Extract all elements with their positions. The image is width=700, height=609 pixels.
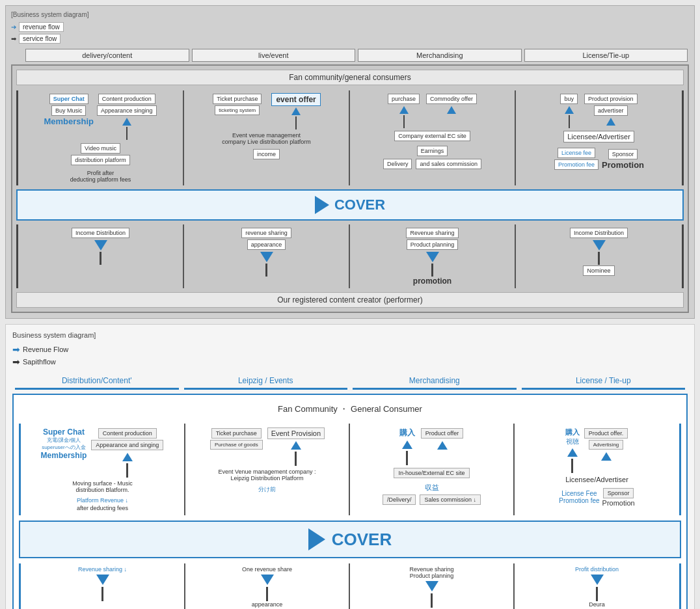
- b-cat-dist: Distribution/Content': [15, 373, 179, 390]
- b-deura: Deura: [589, 601, 605, 608]
- b-purchase: 購入: [399, 427, 415, 439]
- b-col2: Ticket purchase Purchase of goods Event …: [185, 424, 350, 515]
- rev-sharing-top: Revenue sharing: [406, 228, 458, 238]
- b-cat-merch: Merchandising: [353, 373, 517, 390]
- top-col2: Ticket purchase ticketing system event o…: [184, 90, 350, 185]
- b-rev-sharing-bottom: Revenue sharing ↓: [78, 566, 127, 573]
- super-chat-box: Super Chat: [49, 94, 88, 104]
- b-appearance-bottom: appearance: [252, 601, 283, 608]
- fan-community-bottom: Fan Community ・ General Consumer: [19, 400, 681, 418]
- cat-license: License/Tie-up: [524, 49, 688, 62]
- b-col1: Super Chat 充電/課金/個人 superuserへの入金 Member…: [21, 424, 185, 515]
- b-platform2: distribution Blatform.: [72, 487, 133, 493]
- profit-label: Profit after deducting platform fees: [70, 170, 131, 183]
- b-appearance: Appearance and singing: [91, 440, 163, 450]
- promotion-fee-box: Promotion fee: [554, 159, 599, 170]
- membership-label: Membership: [44, 116, 94, 126]
- product-provision-box: Product provision: [584, 94, 638, 104]
- b-col4: 購入 視聴 Product offer. Advertising License…: [515, 424, 679, 515]
- b-one-revenue: One revenue share: [242, 566, 292, 573]
- venue-box2: company Live distribution platform: [222, 139, 311, 145]
- b-buy: 購入: [565, 427, 580, 437]
- b-prod-planning: Product planning: [410, 573, 454, 579]
- b-revenue-arrow-icon: ➡: [12, 344, 20, 355]
- content-prod-box: Content production: [98, 94, 155, 104]
- ticketing-box: ticketing system: [215, 105, 260, 115]
- b-rev-sharing-b: Revenue sharing: [409, 566, 453, 573]
- bottom-diagram: Business system diagram] ➡ Revenue Flow …: [5, 324, 695, 609]
- service-flow-legend: ➡ service flow: [11, 34, 689, 44]
- b-ticket: Ticket purchase: [211, 428, 262, 439]
- b-sub2: superuserへの入金: [42, 444, 86, 451]
- b-bottom-col3: Revenue sharing Product planning Promoti…: [350, 563, 515, 609]
- service-arrow-icon: ➡: [11, 35, 16, 42]
- bottom-col4-top: Income Distribution Nominee: [516, 224, 682, 288]
- b-membership: Membership: [41, 451, 87, 460]
- b-product-offer: Product offer: [421, 428, 463, 439]
- bottom-diagram-main: Fan Community ・ General Consumer Super C…: [12, 394, 688, 609]
- top-legend: ➔ revenue flow ➡ service flow: [11, 22, 689, 44]
- top-col3: purchase Commodity offer Company externa…: [350, 90, 516, 185]
- ec-site-box: Company external EC site: [394, 131, 470, 141]
- b-viewing: 視聴: [566, 437, 579, 446]
- ticket-purchase-box: Ticket purchase: [213, 94, 262, 104]
- cat-delivery: delivery/content: [25, 49, 189, 62]
- b-service-flow-label: Sapithflow: [23, 358, 56, 366]
- cover-text-bottom: COVER: [332, 530, 392, 550]
- cover-play-icon: [315, 196, 329, 214]
- income-box: income: [253, 149, 280, 159]
- b-revenue-flow-legend: ➡ Revenue Flow: [12, 344, 688, 355]
- delivery-box: Delivery: [383, 159, 412, 169]
- venue-box1: Event venue management: [222, 132, 311, 139]
- event-offer-box: event offer: [271, 93, 320, 106]
- cover-bar-bottom: COVER: [19, 521, 681, 558]
- cover-text-top: COVER: [334, 196, 385, 213]
- top-category-bar: delivery/content live/event Merchandisin…: [11, 49, 689, 62]
- b-promotion-fee: Promotion fee: [559, 497, 599, 504]
- b-cat-events: Leipzig / Events: [184, 373, 348, 390]
- b-profit-dist: Profit distribution: [575, 566, 619, 573]
- top-col1: Super Chat Buy Music Membership Content …: [18, 90, 184, 185]
- buy-music-box: Buy Music: [51, 105, 87, 116]
- income-dist-top2: Income Distribution: [570, 228, 628, 238]
- top-col4: buy Product provision advertiser License…: [516, 90, 682, 185]
- revenue-flow-label: revenue flow: [19, 22, 64, 32]
- b-event-provision: Event Provision: [267, 427, 325, 439]
- cat-merch: Merchandising: [358, 49, 522, 62]
- bottom-col2-top: revenue sharing appearance: [184, 224, 350, 288]
- bottom-col1-top: Income Distribution: [18, 224, 184, 288]
- b-sponsor: Sponsor: [603, 488, 634, 498]
- bottom-category-bar: Distribution/Content' Leipzig / Events M…: [12, 373, 688, 390]
- promotion-label: promotion: [413, 277, 451, 286]
- license-fee-box: License fee: [558, 148, 595, 158]
- top-diagram-main: Fan community/general consumers Super Ch…: [11, 64, 689, 313]
- b-after-fees: after deducting fees: [77, 505, 128, 511]
- b-bottom-col2: One revenue share appearance: [185, 563, 350, 609]
- b-content-prod: Content production: [98, 428, 157, 439]
- nominee-box: Nominee: [583, 265, 614, 276]
- b-sales-commission: Sales commission ↓: [420, 494, 481, 505]
- purchase-box: purchase: [388, 94, 420, 104]
- revenue-arrow-icon: ➔: [11, 23, 16, 31]
- b-profit: Platform Revenue ↓: [77, 497, 128, 504]
- b-venue2: Leipzig Distribution Platform: [218, 475, 316, 481]
- b-col3: 購入 Product offer In-house/External EC si…: [350, 424, 515, 515]
- page-wrapper: [Business system diagram] ➔ revenue flow…: [0, 0, 700, 609]
- promotion-box: Promotion: [602, 160, 644, 170]
- b-earnings: 収益: [425, 483, 439, 493]
- bottom-legend: ➡ Revenue Flow ➡ Sapithflow: [12, 344, 688, 367]
- b-goods: Purchase of goods: [210, 440, 263, 450]
- cover-bar-top: COVER: [16, 189, 684, 221]
- b-service-arrow-icon: ➡: [12, 357, 20, 367]
- b-ec-site: In-house/External EC site: [394, 468, 469, 478]
- b-license-fee: License Fee: [561, 490, 597, 497]
- b-platform1: Moving surface - Music: [72, 480, 133, 487]
- b-licensee: Licensee/Advertiser: [565, 476, 628, 483]
- b-promotion: Promotion: [602, 499, 635, 507]
- dist-platform-box: distribution platform: [71, 155, 130, 165]
- b-super-chat: Super Chat: [43, 427, 85, 437]
- bottom-diagram-title: Business system diagram]: [12, 331, 688, 339]
- sales-commission-box: and sales commission: [416, 159, 481, 169]
- b-cat-license: License / Tie-up: [522, 373, 686, 390]
- bottom-col3-top: Revenue sharing Product planning promoti…: [350, 224, 516, 288]
